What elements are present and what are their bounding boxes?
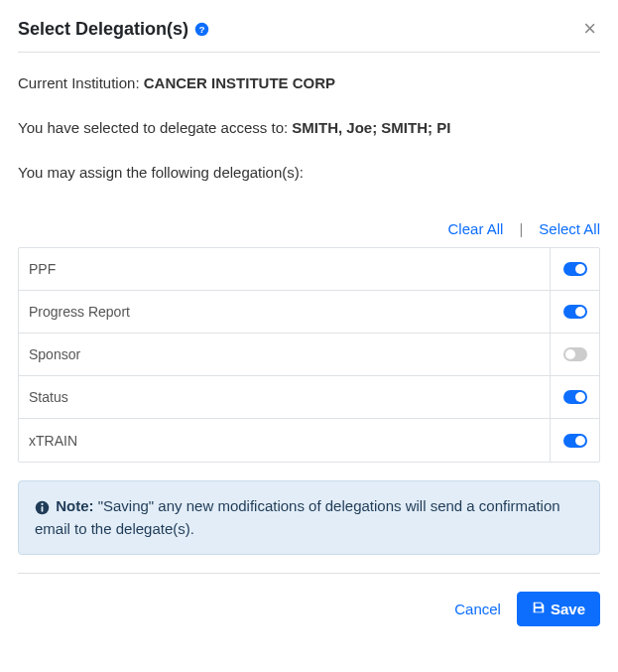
delegation-toggle[interactable] (563, 390, 587, 404)
page-title: Select Delegation(s) ? (18, 19, 209, 40)
note-label: Note: (56, 497, 93, 514)
delegation-toggle[interactable] (563, 434, 587, 448)
help-icon[interactable]: ? (194, 22, 209, 37)
table-row: xTRAIN (19, 419, 599, 462)
current-institution-value: CANCER INSTITUTE CORP (144, 74, 335, 91)
table-row: Status (19, 376, 599, 419)
current-institution-label: Current Institution: (18, 74, 140, 91)
table-row: Sponsor (19, 334, 599, 376)
svg-rect-3 (42, 506, 44, 512)
delegation-toggle-cell (550, 248, 599, 290)
selected-delegate-label: You have selected to delegate access to: (18, 119, 288, 136)
delegation-toggle[interactable] (563, 347, 587, 361)
delegation-toggle-cell (550, 334, 599, 375)
separator: | (519, 220, 523, 237)
save-button-label: Save (551, 601, 585, 617)
divider (18, 573, 600, 574)
cancel-button[interactable]: Cancel (454, 601, 501, 617)
note-text: "Saving" any new modifications of delega… (35, 497, 560, 537)
save-disk-icon (532, 601, 546, 617)
instruction-text: You may assign the following delegation(… (18, 164, 600, 181)
svg-point-4 (41, 502, 43, 504)
delegation-label: Progress Report (19, 294, 550, 330)
select-all-button[interactable]: Select All (539, 220, 600, 237)
svg-text:?: ? (199, 24, 205, 34)
delegation-label: Status (19, 379, 550, 415)
delegation-toggle[interactable] (563, 305, 587, 319)
delegation-label: PPF (19, 251, 550, 287)
delegation-toggle-cell (550, 291, 599, 333)
delegation-table: PPFProgress ReportSponsorStatusxTRAIN (18, 247, 600, 463)
info-icon (35, 500, 50, 515)
delegation-label: Sponsor (19, 336, 550, 372)
delegation-toggle[interactable] (563, 262, 587, 276)
current-institution-line: Current Institution: CANCER INSTITUTE CO… (18, 74, 600, 91)
clear-all-button[interactable]: Clear All (448, 220, 504, 237)
note-box: Note: "Saving" any new modifications of … (18, 480, 600, 555)
save-button[interactable]: Save (517, 592, 600, 626)
selected-delegate-value: SMITH, Joe; SMITH; PI (292, 119, 450, 136)
selected-delegate-line: You have selected to delegate access to:… (18, 119, 600, 136)
delegation-toggle-cell (550, 376, 599, 418)
table-row: PPF (19, 248, 599, 291)
table-row: Progress Report (19, 291, 599, 334)
delegation-label: xTRAIN (19, 423, 550, 459)
delegation-toggle-cell (550, 419, 599, 462)
page-title-text: Select Delegation(s) (18, 19, 188, 40)
close-icon[interactable]: × (579, 18, 600, 40)
